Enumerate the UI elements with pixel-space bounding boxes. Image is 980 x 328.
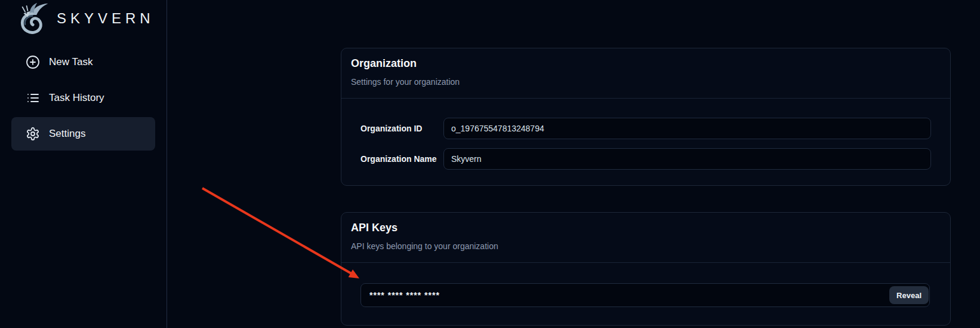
api-keys-card-body: Reveal	[341, 263, 950, 325]
organization-card-body: Organization ID Organization Name	[341, 99, 950, 185]
api-keys-card: API Keys API keys belonging to your orga…	[341, 212, 951, 326]
organization-card: Organization Settings for your organizat…	[341, 48, 951, 186]
card-title: API Keys	[351, 222, 941, 234]
organization-name-label: Organization Name	[360, 154, 443, 164]
sidebar-item-label: Settings	[49, 128, 85, 140]
organization-name-row: Organization Name	[360, 148, 931, 170]
api-key-row: Reveal	[360, 283, 931, 307]
main-content: Organization Settings for your organizat…	[167, 0, 980, 328]
api-key-masked-input[interactable]	[360, 283, 930, 307]
card-subtitle: Settings for your organization	[351, 77, 941, 87]
brand-logo: SKYVERN	[17, 0, 155, 36]
skyvern-dragon-icon	[17, 2, 50, 35]
organization-name-input[interactable]	[443, 148, 931, 170]
organization-id-row: Organization ID	[360, 118, 931, 139]
sidebar-item-task-history[interactable]: Task History	[11, 81, 155, 115]
sidebar-item-label: New Task	[49, 56, 93, 68]
sidebar-nav: New Task Task History Settings	[11, 45, 155, 151]
sidebar-item-label: Task History	[49, 92, 104, 104]
list-icon	[26, 91, 40, 105]
plus-circle-icon	[26, 55, 40, 69]
brand-name: SKYVERN	[57, 10, 155, 27]
card-title: Organization	[351, 57, 941, 70]
gear-icon	[26, 127, 40, 141]
organization-id-input[interactable]	[443, 118, 931, 139]
sidebar-item-new-task[interactable]: New Task	[11, 45, 155, 79]
api-keys-card-header: API Keys API keys belonging to your orga…	[341, 213, 950, 263]
organization-card-header: Organization Settings for your organizat…	[341, 48, 950, 99]
sidebar: SKYVERN New Task Task History Settings	[0, 0, 167, 328]
sidebar-item-settings[interactable]: Settings	[11, 117, 155, 151]
card-subtitle: API keys belonging to your organization	[351, 241, 941, 251]
settings-page: { "app": { "brand": "SKYVERN" }, "sideba…	[0, 0, 980, 328]
organization-id-label: Organization ID	[360, 124, 443, 133]
reveal-button[interactable]: Reveal	[889, 286, 929, 304]
